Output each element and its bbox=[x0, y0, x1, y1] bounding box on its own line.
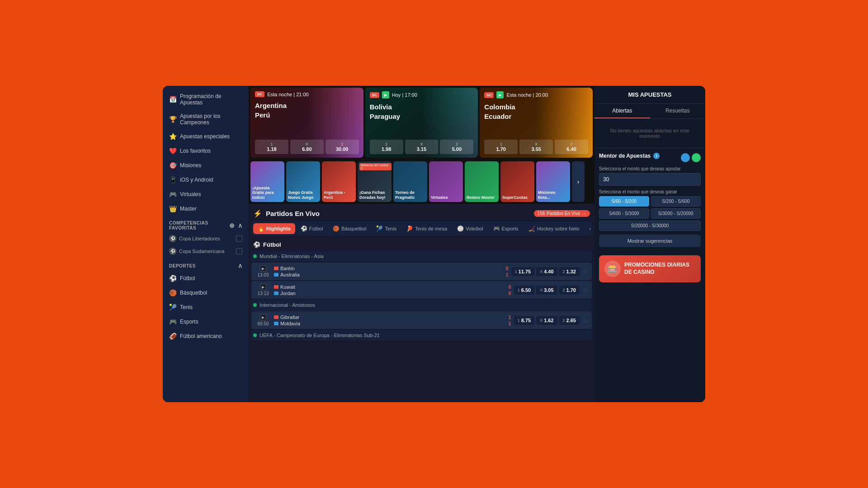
competencia-0[interactable]: ⚽Copa Libertadores bbox=[169, 232, 242, 245]
mentor-amount-input[interactable] bbox=[599, 173, 701, 186]
promo-card-1[interactable]: Juego Gratis Nuevo Juego bbox=[286, 161, 320, 202]
sidebar-item-2[interactable]: ⭐Apuestas especiales bbox=[163, 129, 249, 144]
casino-promo-banner[interactable]: 🎰 PROMOCIONES DIARIAS DE CASINO bbox=[599, 255, 701, 282]
tab-abiertas[interactable]: Abiertas bbox=[594, 104, 650, 118]
collapse-deportes-icon[interactable]: ∧ bbox=[238, 262, 243, 269]
sport-tab-tenis[interactable]: 🎾Tenis bbox=[372, 223, 401, 234]
featured-match-content-1: SC ▶ Hoy | 17:00 Bolivia Paraguay 1 1.98… bbox=[365, 88, 478, 158]
sidebar-item-6[interactable]: 🎮Virtuales bbox=[163, 187, 249, 202]
featured-match-2[interactable]: SC ▶ Esta noche | 20:00 Colombia Ecuador… bbox=[480, 88, 593, 158]
deporte-2[interactable]: 🎾Tenis bbox=[163, 300, 249, 314]
favorite-star-0-1[interactable]: ☆ bbox=[582, 286, 588, 294]
collapse-competencias-icon[interactable]: ∧ bbox=[238, 222, 243, 229]
promo-carousel-next[interactable]: › bbox=[572, 161, 585, 202]
sport-tab-fútbol[interactable]: ⚽Fútbol bbox=[296, 223, 328, 234]
odd-btn-1-0-2[interactable]: 2 2.65 bbox=[559, 316, 580, 325]
sport-tab-esports[interactable]: 🎮Esports bbox=[489, 223, 523, 234]
promo-card-7[interactable]: SuperCuotas bbox=[500, 161, 534, 202]
odd-btn-0-0-0[interactable]: 1 11.75 bbox=[511, 267, 535, 276]
suggest-button[interactable]: Mostrar sugerencias bbox=[599, 235, 701, 247]
featured-odd-2-2[interactable]: 2 6.40 bbox=[555, 140, 588, 154]
deporte-3[interactable]: 🎮Esports bbox=[163, 314, 249, 329]
featured-odd-1-2[interactable]: 2 5.00 bbox=[440, 140, 473, 154]
featured-match-1[interactable]: SC ▶ Hoy | 17:00 Bolivia Paraguay 1 1.98… bbox=[365, 88, 478, 158]
deporte-0[interactable]: ⚽Fútbol bbox=[163, 271, 249, 286]
sport-tab-label-1: Fútbol bbox=[309, 226, 323, 231]
favorite-star-0-0[interactable]: ☆ bbox=[582, 268, 588, 275]
live-count-badge[interactable]: 156 Partidos En Vivo → bbox=[534, 210, 590, 217]
featured-match-content-0: SC Esta noche | 21:00 Argentina Perú 1 1… bbox=[250, 88, 363, 158]
add-competencia-icon[interactable]: ⊕ bbox=[229, 222, 235, 229]
tab-resueltas[interactable]: Resueltas bbox=[650, 104, 706, 118]
featured-odd-0-2[interactable]: 2 30.00 bbox=[326, 140, 359, 154]
sidebar-icon-6: 🎮 bbox=[169, 191, 176, 198]
featured-odd-value-1-0: 1.98 bbox=[382, 146, 391, 152]
league-row-0[interactable]: Mundial - Eliminatorias - Asia bbox=[251, 251, 592, 262]
sport-tabs-more[interactable]: › bbox=[585, 223, 592, 234]
amount-btn-3[interactable]: S/3000 - S/20000 bbox=[651, 208, 701, 219]
odd-btn-0-0-1[interactable]: X 4.40 bbox=[536, 267, 557, 276]
sidebar-label-0: Programación de Apuestas bbox=[180, 93, 242, 106]
sidebar-item-1[interactable]: 🏆Apuestas por los Campeones bbox=[163, 109, 249, 129]
promo-card-5[interactable]: Virtuales bbox=[429, 161, 463, 202]
sidebar-item-5[interactable]: 📱iOS y Android bbox=[163, 173, 249, 187]
promo-card-6[interactable]: Betano Master bbox=[465, 161, 499, 202]
score2-0-1: 0 bbox=[509, 291, 511, 296]
sidebar-item-4[interactable]: 🎯Misiones bbox=[163, 158, 249, 173]
promo-card-8[interactable]: Misiones Beta... bbox=[536, 161, 570, 202]
promo-label-5: Virtuales bbox=[431, 195, 461, 200]
featured-odd-1-1[interactable]: X 3.15 bbox=[405, 140, 439, 154]
sport-tab-básquetbol[interactable]: 🏀Básquetbol bbox=[328, 223, 371, 234]
featured-match-0[interactable]: SC Esta noche | 21:00 Argentina Perú 1 1… bbox=[250, 88, 363, 158]
featured-odd-0-1[interactable]: X 6.80 bbox=[290, 140, 324, 154]
sidebar-item-0[interactable]: 📅Programación de Apuestas bbox=[163, 89, 249, 109]
match-row-0-1[interactable]: ▶ 13:13 Kuwait 0 Jordan 0 1 6.50 bbox=[251, 281, 592, 299]
odd-btn-1-0-1[interactable]: X 1.62 bbox=[536, 316, 557, 325]
featured-odd-1-0[interactable]: 1 1.98 bbox=[370, 140, 403, 154]
sidebar-item-3[interactable]: ❤️Los favoritos bbox=[163, 144, 249, 158]
match-row-1-0[interactable]: ▶ 69:50 Gibraltar 1 Moldavia 1 1 8.75 bbox=[251, 311, 592, 329]
match-stream-icon-0-0: ▶ bbox=[260, 265, 266, 272]
odd-btn-1-0-0[interactable]: 1 8.75 bbox=[514, 316, 534, 325]
sport-tab-label-3: Tenis bbox=[385, 226, 396, 231]
odd-val-0-0-1: 4.40 bbox=[544, 269, 553, 274]
featured-odd-2-1[interactable]: X 3.55 bbox=[519, 140, 553, 154]
match-row-0-0[interactable]: ▶ 13:03 Baréin 0 Australia 1 1 11.75 bbox=[251, 263, 592, 280]
odds-group-1-0: 1 8.75 X 1.62 2 2.65 bbox=[514, 316, 580, 325]
odd-btn-0-1-2[interactable]: 2 1.70 bbox=[559, 286, 580, 295]
league-row-2[interactable]: UEFA - Campeonato de Europa - Eliminator… bbox=[251, 330, 592, 341]
promo-label-2: Argentina - Perú bbox=[324, 190, 354, 200]
score2-0-0: 1 bbox=[505, 272, 508, 277]
league-row-1[interactable]: Internacional - Amistosos bbox=[251, 300, 592, 310]
amount-btn-2[interactable]: S/600 - S/3000 bbox=[599, 208, 649, 219]
amount-btn-1[interactable]: S/200 - S/600 bbox=[651, 196, 701, 206]
deporte-icon-2: 🎾 bbox=[169, 304, 176, 311]
deporte-1[interactable]: 🏀Básquetbol bbox=[163, 286, 249, 300]
promo-card-4[interactable]: Torneo de Pragmatic bbox=[393, 161, 427, 202]
featured-odd-0-0[interactable]: 1 1.18 bbox=[255, 140, 288, 154]
competencia-1[interactable]: ⚽Copa Sudamericana bbox=[169, 245, 242, 258]
odd-btn-0-1-0[interactable]: 1 6.50 bbox=[514, 286, 534, 295]
sport-tab-tenis-de-mesa[interactable]: 🏓Tenis de mesa bbox=[402, 223, 452, 234]
competencia-check-0[interactable] bbox=[236, 235, 242, 242]
mentor-info-icon[interactable]: i bbox=[653, 153, 660, 159]
sport-tab-hockey-sobre-hielo[interactable]: 🏒Hockey sobre hielo bbox=[524, 223, 584, 234]
sidebar-item-7[interactable]: 👑Master bbox=[163, 202, 249, 216]
odd-btn-0-1-1[interactable]: X 3.05 bbox=[536, 286, 557, 295]
promo-card-3[interactable]: Misiones de Casino 2 ¡Gana Fichas Dorada… bbox=[358, 161, 392, 202]
mentor-label1: Selecciona el monto que deseas apostar bbox=[599, 166, 701, 171]
featured-odd-2-0[interactable]: 1 1.70 bbox=[484, 140, 518, 154]
odd-btn-0-0-2[interactable]: 2 1.32 bbox=[559, 267, 580, 276]
favorite-star-1-0[interactable]: ☆ bbox=[582, 317, 588, 324]
competencia-check-1[interactable] bbox=[236, 248, 242, 254]
sport-tab-label-6: Esports bbox=[502, 226, 519, 231]
amount-btn-0[interactable]: S/60 - S/200 bbox=[599, 196, 649, 206]
promo-card-2[interactable]: Argentina - Perú bbox=[322, 161, 356, 202]
deporte-4[interactable]: 🏈Fútbol americano bbox=[163, 329, 249, 343]
amount-buttons: S/60 - S/200S/200 - S/600S/600 - S/3000S… bbox=[599, 196, 701, 219]
team2-1: Paraguay bbox=[370, 112, 474, 121]
amount-btn-wide[interactable]: S/20000 - S/30000 bbox=[599, 221, 701, 231]
sport-tab-voleibol[interactable]: 🏐Voleibol bbox=[453, 223, 488, 234]
sport-tab-highlights[interactable]: 🔥Highlights bbox=[253, 223, 295, 234]
promo-card-0[interactable]: ¡Apuesta Gratis para todos! bbox=[250, 161, 284, 202]
